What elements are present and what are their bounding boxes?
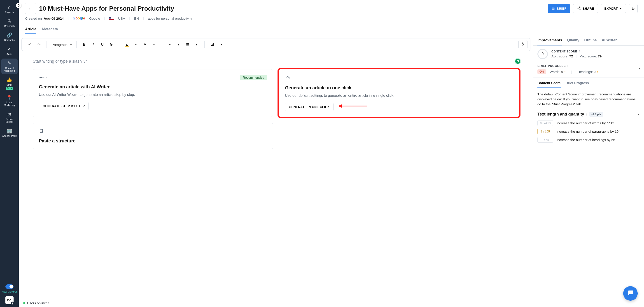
chevron-down-icon: ▼ [178,43,180,46]
block-type-select[interactable]: Paragraph ▼ [49,41,74,49]
highlight-icon: ▲ [125,43,129,47]
sidebar-item-projects[interactable]: ⌂ Projects [1,3,18,15]
strikethrough-icon: S [110,43,113,47]
sidebar-item-content-marketing[interactable]: ✎ Content Marketing [1,59,18,74]
metric-text: Increase the number of words by 4413 [556,121,614,125]
editor-settings-button[interactable] [518,40,528,49]
sidebar-item-label: SMM [6,83,12,86]
sidebar-item-report-builder[interactable]: ◔ Report Builder [1,110,18,125]
underline-button[interactable]: U [98,41,106,49]
new-menu-toggle[interactable] [6,284,14,289]
score-label: CONTENT SCORE [552,50,577,53]
subtab-brief-progress[interactable]: Brief Progress [566,81,589,88]
editor-canvas[interactable]: G Start writing or type a slash "/" ✦✧ R… [22,54,530,296]
highlight-dropdown[interactable]: ▼ [132,41,140,49]
user-avatar[interactable]: DC ⚙ [6,296,14,304]
italic-button[interactable]: I [89,41,97,49]
back-button[interactable]: ← [25,3,36,14]
image-dropdown[interactable]: ▼ [217,41,225,49]
export-button[interactable]: EXPORT ▼ [601,4,626,13]
svg-point-0 [579,7,580,8]
edit-icon: ✎ [8,60,11,66]
check-circle-icon: ✔ [8,46,11,52]
sidebar-expand-handle[interactable]: ❯ [16,3,22,8]
section-collapse-handle[interactable]: ▲ [637,113,640,116]
brief-collapse-handle[interactable]: ▼ [638,67,641,70]
editor-toolbar: ↶ ↷ Paragraph ▼ B I U S [22,38,530,51]
settings-button[interactable]: ⚙ [629,4,638,13]
tab-article[interactable]: Article [25,25,36,34]
tab-outline[interactable]: Outline [584,38,597,46]
points-chip: +28 pts [589,112,603,117]
online-dot-icon [23,302,25,304]
improvement-subtabs: Content Score Brief Progress [533,78,644,88]
metric-row: 1 / 105 Increase the number of paragraph… [538,129,640,134]
text-color-icon: A [144,43,146,47]
list-dropdown[interactable]: ▼ [192,41,201,49]
redo-button[interactable]: ↷ [35,41,43,49]
tab-metadata[interactable]: Metadata [42,25,58,34]
sidebar-item-audit[interactable]: ✔ Audit [1,45,18,57]
meta-keyword: apps for personal productivity [148,17,192,20]
users-online-label: Users online: [27,301,47,305]
generate-step-button[interactable]: GENERATE STEP BY STEP [39,102,88,110]
metrics-list: 0 / 4413 Increase the number of words by… [533,118,644,144]
svg-point-10 [522,45,522,46]
chevron-down-icon: ▼ [220,43,223,46]
card-title: Paste a structure [39,138,267,144]
sidebar-item-agency-pack[interactable]: 🏢 Agency Pack [1,126,18,139]
sidebar-item-local-marketing[interactable]: 📍 Local Marketing [1,93,18,108]
text-color-button[interactable]: A [141,41,149,49]
svg-line-4 [578,9,580,9]
strikethrough-button[interactable]: S [107,41,116,49]
list-button[interactable]: ☰ [184,41,192,49]
metric-row: 0 / 55 Increase the number of headings b… [538,137,640,143]
tab-improvements[interactable]: Improvements [538,38,562,46]
subtab-content-score[interactable]: Content Score [538,81,561,88]
text-color-dropdown[interactable]: ▼ [150,41,158,49]
card-paste-structure: Paste a structure [33,123,273,149]
sidebar-item-label: Backlinks [4,39,14,41]
sidebar-item-research[interactable]: 🔍︎ Research [1,17,18,29]
usa-flag-icon [109,17,114,20]
grammarly-icon[interactable]: G [514,58,521,65]
undo-button[interactable]: ↶ [26,41,34,49]
list-icon: ☰ [186,43,189,47]
image-button[interactable]: 🖼 [208,41,216,49]
metric-text: Increase the number of paragraphs by 104 [556,130,620,133]
card-title: Generate an article in one click [285,85,513,90]
chat-fab[interactable] [623,286,638,301]
tab-ai-writer[interactable]: AI Writer [602,38,617,46]
generate-one-click-button[interactable]: GENERATE IN ONE CLICK [285,103,334,111]
info-icon[interactable]: i [579,50,580,53]
svg-line-11 [288,77,289,78]
underline-icon: U [101,43,104,47]
sidebar-item-label: Agency Pack [2,135,16,137]
link-icon: 🔗 [6,32,12,38]
align-button[interactable]: ≡ [166,41,174,49]
beta-badge: Beta [6,87,13,90]
bold-button[interactable]: B [80,41,88,49]
svg-line-3 [578,7,580,8]
header-meta: Created on Aug-09 2024 | Google Google |… [25,16,638,20]
info-icon[interactable]: i [567,64,568,68]
sidebar-item-label: Research [4,25,15,27]
undo-icon: ↶ [28,43,32,47]
editor-pane: ↶ ↷ Paragraph ▼ B I U S [19,34,533,307]
right-tabs: Improvements Quality Outline AI Writer [533,34,644,46]
home-icon: ⌂ [8,5,10,10]
align-dropdown[interactable]: ▼ [174,41,183,49]
highlight-color-button[interactable]: ▲ [123,41,131,49]
brief-button[interactable]: ▤ BRIEF [548,4,570,13]
metric-badge: 0 / 4413 [538,120,553,126]
share-icon [577,6,581,11]
research-icon: 🔍︎ [7,19,12,24]
tab-quality[interactable]: Quality [567,38,579,46]
share-button[interactable]: SHARE [573,4,598,13]
info-icon[interactable]: i [586,112,587,116]
chevron-right-icon: ❯ [18,4,20,7]
arrow-left-icon: ← [28,6,33,11]
sidebar-item-backlinks[interactable]: 🔗 Backlinks [1,31,18,43]
section-text-length: Text length and quantity i +28 pts ▲ [533,110,644,118]
sidebar-item-smm[interactable]: 👍 SMM Beta [1,75,18,92]
